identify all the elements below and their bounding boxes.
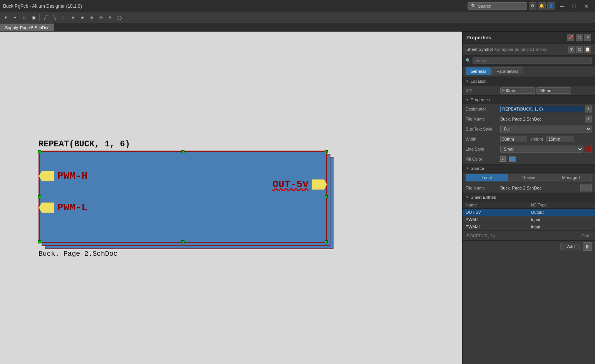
entries-table: Name I/O Type OUT-5V Output PWM-L Input … <box>463 201 595 231</box>
tab-parameters[interactable]: Parameters <box>491 67 523 75</box>
canvas-background: REPEAT(BUCK, 1, 6) <box>0 32 462 364</box>
port-label-pwm-l: PWM-L <box>57 202 87 213</box>
add-entry-button[interactable]: Add <box>560 243 581 250</box>
highlight-tool[interactable]: ▣ <box>29 13 38 22</box>
port-label-out-5v: OUT-5V <box>272 179 308 190</box>
source-more-button[interactable]: ··· <box>580 185 592 191</box>
handle-bottom-right[interactable] <box>325 240 328 243</box>
entry-name-pwmh: PWM-H <box>463 223 528 231</box>
net-tool[interactable]: ||| <box>60 13 68 22</box>
source-device-button[interactable]: Device <box>508 174 550 181</box>
filter-components-button[interactable]: ▼ <box>568 46 575 53</box>
port-label-pwm-h: PWM-H <box>57 170 87 182</box>
fill-color-row: Fill Color <box>463 154 595 164</box>
sheet-stack[interactable]: PWM-H PWM-L OUT-5V <box>39 151 331 247</box>
notification-button[interactable]: 🔔 <box>538 2 546 10</box>
close-button[interactable]: ✕ <box>581 2 592 10</box>
font-info-label: ISOCPEUR, 14 <box>466 233 495 238</box>
handle-bottom-left[interactable] <box>38 240 41 243</box>
section-entries-arrow: ▼ <box>466 195 469 199</box>
delete-entry-button[interactable]: 🗑 <box>583 242 592 251</box>
fill-color-swatch[interactable] <box>509 156 516 162</box>
section-properties-arrow: ▼ <box>466 98 469 102</box>
height-label: Height <box>527 137 546 141</box>
panel-content: ▼ Location X/Y ▼ Properties Designator 👁… <box>463 77 595 364</box>
entry-row-pwml[interactable]: PWM-L Input <box>463 216 595 223</box>
port-pwm-h[interactable]: PWM-H <box>39 170 87 182</box>
handle-middle-right[interactable] <box>325 195 328 198</box>
panel-bottom: ISOCPEUR, 14 Other <box>463 231 595 240</box>
section-location[interactable]: ▼ Location <box>463 77 595 86</box>
height-input[interactable] <box>546 136 573 142</box>
y-value-input[interactable] <box>536 87 571 94</box>
handle-middle-left[interactable] <box>38 195 41 198</box>
directive-tool[interactable]: ◎ <box>97 13 105 22</box>
user-button[interactable]: 👤 <box>547 2 555 10</box>
line-style-select[interactable]: Small Medium Large <box>500 146 583 153</box>
schematic-canvas[interactable]: REPEAT(BUCK, 1, 6) <box>0 32 462 364</box>
copy-properties-button[interactable]: ⧉ <box>576 46 583 53</box>
panel-header: Properties 📌 □ ✕ <box>463 32 595 44</box>
source-filename-row: File Name Buck. Page 2.SchDoc ··· <box>463 183 595 193</box>
minimize-button[interactable]: ─ <box>556 2 567 10</box>
other-link[interactable]: Other <box>581 233 592 238</box>
wire-tool[interactable]: ╱ <box>41 13 50 22</box>
designator-label: REPEAT(BUCK, 1, 6) <box>39 139 331 149</box>
panel-search-input[interactable] <box>473 57 592 64</box>
source-buttons-row: Local Device Managed <box>463 173 595 183</box>
paste-properties-button[interactable]: 📋 <box>584 46 591 53</box>
filename-prop-label: File Name <box>466 117 500 121</box>
designator-input[interactable] <box>500 106 584 112</box>
handle-bottom-center[interactable] <box>181 240 184 243</box>
entry-row-pwmh[interactable]: PWM-H Input <box>463 223 595 231</box>
power-tool[interactable]: ◈ <box>78 13 87 22</box>
sheet-front[interactable]: PWM-H PWM-L OUT-5V <box>39 151 327 243</box>
port-out-5v[interactable]: OUT-5V <box>272 179 327 190</box>
circle-tool[interactable]: ◯ <box>115 13 124 22</box>
port-arrow-pwm-l <box>39 202 54 213</box>
section-source[interactable]: ▼ Source <box>463 164 595 173</box>
maximize-button[interactable]: □ <box>569 2 580 10</box>
section-properties[interactable]: ▼ Properties <box>463 96 595 104</box>
width-input[interactable] <box>500 136 527 142</box>
designator-eye-button[interactable]: 👁 <box>585 106 592 112</box>
designator-row: Designator 👁 <box>463 104 595 114</box>
handle-top-right[interactable] <box>325 150 328 153</box>
entry-row-out5v[interactable]: OUT-5V Output <box>463 209 595 216</box>
col-io-header: I/O Type <box>528 201 595 209</box>
panel-subheader: Sheet Symbol Components (and 11 more) ▼ … <box>463 44 595 55</box>
filter-tool[interactable]: ▼ <box>2 13 10 22</box>
bus-text-style-select[interactable]: Full Short <box>500 126 592 133</box>
handle-top-center[interactable] <box>181 150 184 153</box>
section-entries-label: Sheet Entries <box>471 195 496 200</box>
global-search-bar[interactable]: 🔍 Search <box>468 2 527 10</box>
separator-1 <box>39 14 40 21</box>
signal-tool[interactable]: ≡ <box>69 13 77 22</box>
panel-float-button[interactable]: □ <box>576 34 583 41</box>
box-tool[interactable]: □ <box>20 13 28 22</box>
settings-button[interactable]: ⚙ <box>529 2 536 10</box>
part-tool[interactable]: ⊕ <box>87 13 96 22</box>
section-location-label: Location <box>471 79 487 84</box>
source-local-button[interactable]: Local <box>466 174 508 181</box>
current-tab[interactable]: Supply. Page 5.SchDoc <box>0 23 54 31</box>
text-tool[interactable]: A <box>106 13 114 22</box>
x-value-input[interactable] <box>500 87 535 94</box>
bus-tool[interactable]: ╲ <box>50 13 59 22</box>
handle-top-left[interactable] <box>38 150 41 153</box>
section-sheet-entries[interactable]: ▼ Sheet Entries <box>463 193 595 201</box>
fill-color-checkbox[interactable] <box>500 156 506 162</box>
sheet-symbol-container[interactable]: REPEAT(BUCK, 1, 6) <box>39 139 331 258</box>
line-color-swatch[interactable] <box>585 146 592 153</box>
port-pwm-l[interactable]: PWM-L <box>39 202 87 213</box>
size-row: Width Height <box>463 134 595 144</box>
panel-close-button[interactable]: ✕ <box>584 34 591 41</box>
panel-footer: Add 🗑 <box>463 240 595 252</box>
filename-eye-button[interactable]: 👁 <box>585 116 592 122</box>
xy-label: X/Y <box>466 88 500 93</box>
designator-prop-label: Designator <box>466 107 500 111</box>
panel-pin-button[interactable]: 📌 <box>567 34 574 41</box>
add-tool[interactable]: + <box>11 13 19 22</box>
source-managed-button[interactable]: Managed <box>550 174 592 181</box>
tab-general[interactable]: General <box>466 67 491 75</box>
